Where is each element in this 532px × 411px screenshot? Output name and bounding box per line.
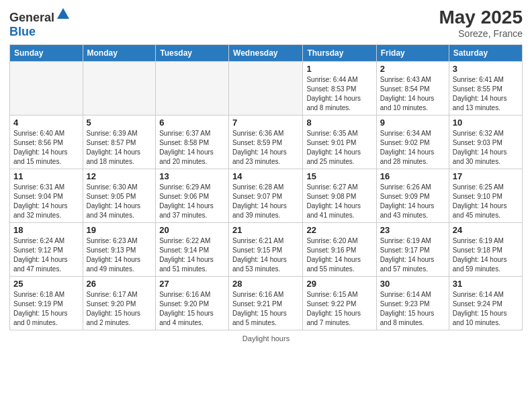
day-cell: 31Sunrise: 6:14 AMSunset: 9:24 PMDayligh… bbox=[449, 277, 522, 330]
day-info: Sunrise: 6:37 AMSunset: 8:58 PMDaylight:… bbox=[159, 129, 225, 167]
day-cell: 7Sunrise: 6:36 AMSunset: 8:59 PMDaylight… bbox=[229, 116, 303, 169]
day-info: Sunrise: 6:36 AMSunset: 8:59 PMDaylight:… bbox=[232, 129, 299, 167]
day-number: 20 bbox=[159, 225, 225, 235]
day-number: 8 bbox=[306, 118, 372, 128]
day-info: Sunrise: 6:14 AMSunset: 9:24 PMDaylight:… bbox=[453, 290, 519, 328]
day-info: Sunrise: 6:27 AMSunset: 9:08 PMDaylight:… bbox=[306, 183, 372, 220]
day-number: 10 bbox=[453, 118, 519, 128]
day-cell: 18Sunrise: 6:24 AMSunset: 9:12 PMDayligh… bbox=[10, 223, 83, 277]
day-info: Sunrise: 6:19 AMSunset: 9:17 PMDaylight:… bbox=[380, 236, 445, 274]
day-number: 25 bbox=[13, 279, 79, 289]
logo-icon bbox=[56, 7, 71, 21]
page: General Blue May 2025 Soreze, France Sun… bbox=[0, 0, 532, 411]
day-cell: 12Sunrise: 6:30 AMSunset: 9:05 PMDayligh… bbox=[83, 169, 156, 223]
day-cell: 23Sunrise: 6:19 AMSunset: 9:17 PMDayligh… bbox=[376, 223, 449, 277]
day-number: 19 bbox=[87, 225, 152, 235]
day-cell: 21Sunrise: 6:21 AMSunset: 9:15 PMDayligh… bbox=[229, 223, 303, 277]
day-info: Sunrise: 6:40 AMSunset: 8:56 PMDaylight:… bbox=[13, 129, 79, 167]
day-cell: 5Sunrise: 6:39 AMSunset: 8:57 PMDaylight… bbox=[83, 116, 156, 169]
day-info: Sunrise: 6:35 AMSunset: 9:01 PMDaylight:… bbox=[306, 129, 372, 167]
day-info: Sunrise: 6:19 AMSunset: 9:18 PMDaylight:… bbox=[453, 236, 519, 274]
day-number: 27 bbox=[159, 279, 225, 289]
day-number: 29 bbox=[306, 279, 372, 289]
logo: General Blue bbox=[9, 7, 71, 39]
header: General Blue May 2025 Soreze, France bbox=[9, 7, 523, 39]
day-number: 4 bbox=[13, 118, 79, 128]
day-info: Sunrise: 6:21 AMSunset: 9:15 PMDaylight:… bbox=[232, 236, 299, 274]
day-number: 21 bbox=[232, 225, 299, 235]
day-info: Sunrise: 6:14 AMSunset: 9:23 PMDaylight:… bbox=[380, 290, 445, 328]
day-cell: 10Sunrise: 6:32 AMSunset: 9:03 PMDayligh… bbox=[449, 116, 522, 169]
logo-general: General bbox=[9, 11, 54, 24]
day-cell: 8Sunrise: 6:35 AMSunset: 9:01 PMDaylight… bbox=[303, 116, 376, 169]
day-cell: 28Sunrise: 6:16 AMSunset: 9:21 PMDayligh… bbox=[229, 277, 303, 330]
location: Soreze, France bbox=[439, 28, 523, 39]
day-info: Sunrise: 6:39 AMSunset: 8:57 PMDaylight:… bbox=[87, 129, 152, 167]
week-row-5: 25Sunrise: 6:18 AMSunset: 9:19 PMDayligh… bbox=[10, 277, 523, 330]
day-info: Sunrise: 6:44 AMSunset: 8:53 PMDaylight:… bbox=[306, 75, 372, 113]
weekday-wednesday: Wednesday bbox=[229, 45, 303, 62]
day-cell: 26Sunrise: 6:17 AMSunset: 9:20 PMDayligh… bbox=[83, 277, 156, 330]
day-number: 31 bbox=[453, 279, 519, 289]
day-cell: 9Sunrise: 6:34 AMSunset: 9:02 PMDaylight… bbox=[376, 116, 449, 169]
day-cell: 16Sunrise: 6:26 AMSunset: 9:09 PMDayligh… bbox=[376, 169, 449, 223]
day-cell: 2Sunrise: 6:43 AMSunset: 8:54 PMDaylight… bbox=[376, 62, 449, 116]
title-block: May 2025 Soreze, France bbox=[439, 7, 523, 39]
day-number: 1 bbox=[306, 64, 372, 74]
day-info: Sunrise: 6:18 AMSunset: 9:19 PMDaylight:… bbox=[13, 290, 79, 328]
day-info: Sunrise: 6:22 AMSunset: 9:14 PMDaylight:… bbox=[159, 236, 225, 274]
day-cell bbox=[156, 62, 229, 116]
day-info: Sunrise: 6:30 AMSunset: 9:05 PMDaylight:… bbox=[87, 183, 152, 220]
month-title: May 2025 bbox=[439, 7, 523, 28]
day-cell: 11Sunrise: 6:31 AMSunset: 9:04 PMDayligh… bbox=[10, 169, 83, 223]
day-info: Sunrise: 6:16 AMSunset: 9:20 PMDaylight:… bbox=[159, 290, 225, 328]
week-row-1: 1Sunrise: 6:44 AMSunset: 8:53 PMDaylight… bbox=[10, 62, 523, 116]
day-info: Sunrise: 6:31 AMSunset: 9:04 PMDaylight:… bbox=[13, 183, 79, 220]
day-info: Sunrise: 6:29 AMSunset: 9:06 PMDaylight:… bbox=[159, 183, 225, 220]
day-info: Sunrise: 6:23 AMSunset: 9:13 PMDaylight:… bbox=[87, 236, 152, 274]
week-row-4: 18Sunrise: 6:24 AMSunset: 9:12 PMDayligh… bbox=[10, 223, 523, 277]
day-info: Sunrise: 6:28 AMSunset: 9:07 PMDaylight:… bbox=[232, 183, 299, 220]
day-cell: 14Sunrise: 6:28 AMSunset: 9:07 PMDayligh… bbox=[229, 169, 303, 223]
day-cell bbox=[10, 62, 83, 116]
day-number: 14 bbox=[232, 171, 299, 181]
day-info: Sunrise: 6:43 AMSunset: 8:54 PMDaylight:… bbox=[380, 75, 445, 113]
day-number: 3 bbox=[453, 64, 519, 74]
weekday-thursday: Thursday bbox=[303, 45, 376, 62]
week-row-2: 4Sunrise: 6:40 AMSunset: 8:56 PMDaylight… bbox=[10, 116, 523, 169]
day-cell: 4Sunrise: 6:40 AMSunset: 8:56 PMDaylight… bbox=[10, 116, 83, 169]
svg-marker-0 bbox=[57, 8, 69, 19]
day-number: 12 bbox=[87, 171, 152, 181]
day-number: 5 bbox=[87, 118, 152, 128]
day-cell: 19Sunrise: 6:23 AMSunset: 9:13 PMDayligh… bbox=[83, 223, 156, 277]
day-cell: 17Sunrise: 6:25 AMSunset: 9:10 PMDayligh… bbox=[449, 169, 522, 223]
weekday-monday: Monday bbox=[83, 45, 156, 62]
day-info: Sunrise: 6:25 AMSunset: 9:10 PMDaylight:… bbox=[453, 183, 519, 220]
day-cell: 27Sunrise: 6:16 AMSunset: 9:20 PMDayligh… bbox=[156, 277, 229, 330]
day-info: Sunrise: 6:17 AMSunset: 9:20 PMDaylight:… bbox=[87, 290, 152, 328]
week-row-3: 11Sunrise: 6:31 AMSunset: 9:04 PMDayligh… bbox=[10, 169, 523, 223]
day-info: Sunrise: 6:24 AMSunset: 9:12 PMDaylight:… bbox=[13, 236, 79, 274]
day-number: 7 bbox=[232, 118, 299, 128]
day-cell: 20Sunrise: 6:22 AMSunset: 9:14 PMDayligh… bbox=[156, 223, 229, 277]
footer-note: Daylight hours bbox=[9, 334, 523, 342]
weekday-sunday: Sunday bbox=[10, 45, 83, 62]
day-number: 16 bbox=[380, 171, 445, 181]
day-number: 2 bbox=[380, 64, 445, 74]
day-info: Sunrise: 6:26 AMSunset: 9:09 PMDaylight:… bbox=[380, 183, 445, 220]
day-info: Sunrise: 6:32 AMSunset: 9:03 PMDaylight:… bbox=[453, 129, 519, 167]
day-number: 11 bbox=[13, 171, 79, 181]
day-cell: 13Sunrise: 6:29 AMSunset: 9:06 PMDayligh… bbox=[156, 169, 229, 223]
day-cell bbox=[229, 62, 303, 116]
day-cell: 29Sunrise: 6:15 AMSunset: 9:22 PMDayligh… bbox=[303, 277, 376, 330]
day-cell: 24Sunrise: 6:19 AMSunset: 9:18 PMDayligh… bbox=[449, 223, 522, 277]
day-number: 30 bbox=[380, 279, 445, 289]
day-cell: 22Sunrise: 6:20 AMSunset: 9:16 PMDayligh… bbox=[303, 223, 376, 277]
day-info: Sunrise: 6:16 AMSunset: 9:21 PMDaylight:… bbox=[232, 290, 299, 328]
day-number: 23 bbox=[380, 225, 445, 235]
day-info: Sunrise: 6:41 AMSunset: 8:55 PMDaylight:… bbox=[453, 75, 519, 113]
day-number: 13 bbox=[159, 171, 225, 181]
day-number: 15 bbox=[306, 171, 372, 181]
day-cell: 1Sunrise: 6:44 AMSunset: 8:53 PMDaylight… bbox=[303, 62, 376, 116]
day-cell: 6Sunrise: 6:37 AMSunset: 8:58 PMDaylight… bbox=[156, 116, 229, 169]
